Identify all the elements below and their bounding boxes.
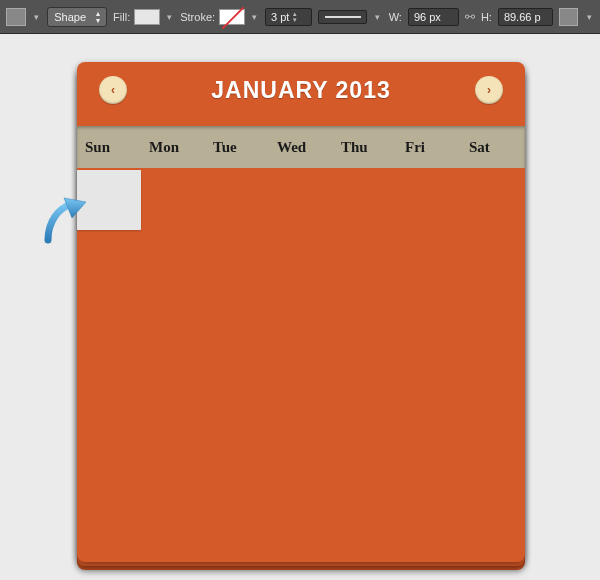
width-value: 96 px [414, 11, 441, 23]
next-month-button[interactable]: › [475, 76, 503, 104]
dropdown-spinner-icon: ▴▾ [96, 10, 100, 24]
stroke-label: Stroke: [180, 11, 215, 23]
prev-month-button[interactable]: ‹ [99, 76, 127, 104]
calendar-sheet-front: ‹ JANUARY 2013 › Sun Mon Tue Wed Thu Fri… [77, 62, 525, 562]
stroke-style-dropdown[interactable] [318, 10, 367, 24]
dow-tue: Tue [205, 126, 269, 168]
width-input[interactable]: 96 px [408, 8, 459, 26]
dow-fri: Fri [397, 126, 461, 168]
tool-preset-swatch[interactable] [6, 8, 26, 26]
dow-sat: Sat [461, 126, 525, 168]
document-canvas[interactable]: ‹ JANUARY 2013 › Sun Mon Tue Wed Thu Fri… [0, 34, 600, 580]
fill-color-swatch[interactable] [134, 9, 160, 25]
chevron-right-icon: › [487, 83, 491, 97]
stroke-width-value: 3 pt [271, 11, 289, 23]
fill-dropdown-icon[interactable]: ▾ [164, 12, 174, 22]
height-label: H: [481, 11, 492, 23]
dow-thu: Thu [333, 126, 397, 168]
stroke-width-input[interactable]: 3 pt ▴▾ [265, 8, 312, 26]
calendar-header: ‹ JANUARY 2013 › [77, 62, 525, 114]
width-label: W: [389, 11, 402, 23]
dow-wed: Wed [269, 126, 333, 168]
link-wh-icon[interactable]: ⚯ [465, 10, 475, 24]
stroke-dropdown-icon[interactable]: ▾ [249, 12, 259, 22]
calendar-cell-shape[interactable] [77, 170, 141, 230]
dow-mon: Mon [141, 126, 205, 168]
spinner-icon: ▴▾ [293, 11, 297, 23]
calendar-title: JANUARY 2013 [211, 77, 390, 104]
shape-mode-dropdown[interactable]: Shape ▴▾ [47, 7, 107, 27]
shape-mode-label: Shape [54, 11, 86, 23]
tool-preset-dropdown-icon[interactable]: ▾ [32, 12, 42, 22]
options-bar: ▾ Shape ▴▾ Fill: ▾ Stroke: ▾ 3 pt ▴▾ ▾ W… [0, 0, 600, 34]
path-align-button[interactable] [559, 8, 579, 26]
chevron-left-icon: ‹ [111, 83, 115, 97]
path-align-dropdown-icon[interactable]: ▾ [584, 12, 594, 22]
solid-line-icon [325, 16, 361, 18]
dow-sun: Sun [77, 126, 141, 168]
fill-label: Fill: [113, 11, 130, 23]
day-of-week-row: Sun Mon Tue Wed Thu Fri Sat [77, 126, 525, 168]
height-value: 89.66 p [504, 11, 541, 23]
calendar-stack: ‹ JANUARY 2013 › Sun Mon Tue Wed Thu Fri… [77, 62, 525, 562]
stroke-style-dropdown-icon[interactable]: ▾ [373, 12, 383, 22]
height-input[interactable]: 89.66 p [498, 8, 553, 26]
stroke-color-swatch[interactable] [219, 9, 245, 25]
